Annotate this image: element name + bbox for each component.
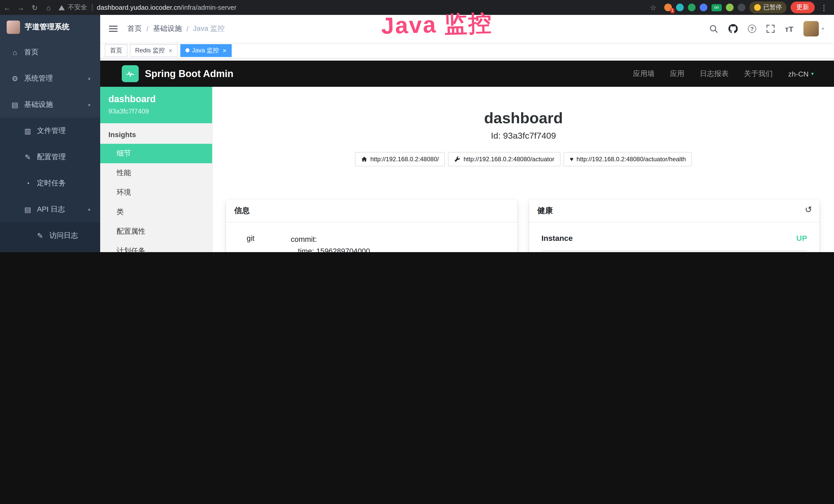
address-separator bbox=[92, 4, 92, 11]
instance-title: dashboard bbox=[213, 109, 834, 127]
edit-icon: ✎ bbox=[36, 231, 44, 239]
security-warning[interactable]: 不安全 bbox=[68, 3, 87, 12]
reload-icon[interactable]: ↻ bbox=[28, 3, 42, 12]
gear-icon: ⚙ bbox=[11, 74, 19, 83]
forward-icon[interactable]: → bbox=[14, 3, 28, 12]
locale-label: zh-CN bbox=[788, 70, 809, 78]
browser-menu-icon[interactable]: ⋮ bbox=[819, 3, 829, 12]
back-icon[interactable]: ← bbox=[0, 3, 14, 12]
home-menu-icon: ⌂ bbox=[11, 48, 19, 56]
sba-brand[interactable]: Spring Boot Admin bbox=[122, 65, 234, 82]
extension-icon-3[interactable] bbox=[688, 4, 696, 11]
tag-label: 首页 bbox=[110, 46, 122, 55]
tag-java[interactable]: Java 监控 × bbox=[180, 44, 232, 57]
sba-item-classes[interactable]: 类 bbox=[100, 202, 212, 222]
app-logo[interactable]: 芋道管理系统 bbox=[0, 15, 100, 39]
health-card-title: 健康 bbox=[537, 206, 553, 215]
sba-nav-wallboard[interactable]: 应用墙 bbox=[633, 69, 655, 78]
home-icon[interactable]: ⌂ bbox=[42, 3, 56, 12]
extension-badge: 1 bbox=[670, 8, 675, 13]
info-line: commit: bbox=[291, 234, 509, 246]
hamburger-icon[interactable] bbox=[109, 26, 118, 32]
sba-header: Spring Boot Admin 应用墙 应用 日志报表 关于我们 zh-CN… bbox=[100, 61, 834, 87]
close-icon[interactable]: × bbox=[223, 46, 226, 54]
instance-links: http://192.168.0.2:48080/ http://192.168… bbox=[213, 152, 834, 166]
instance-name: dashboard bbox=[108, 94, 204, 105]
sba-nav-applications[interactable]: 应用 bbox=[670, 69, 684, 78]
extension-icon-5[interactable] bbox=[726, 4, 733, 11]
sba-item-details[interactable]: 细节 bbox=[100, 144, 212, 163]
breadcrumb: 首页 / 基础设施 / Java 监控 bbox=[127, 24, 225, 33]
tag-redis[interactable]: Redis 监控 × bbox=[130, 44, 177, 57]
sidebar-item-label: 首页 bbox=[24, 47, 39, 57]
breadcrumb-separator: / bbox=[186, 25, 189, 33]
home-icon bbox=[361, 156, 367, 162]
sidebar-item-label: 基础设施 bbox=[24, 100, 53, 109]
sba-item-scheduled-tasks[interactable]: 计划任务 bbox=[100, 241, 212, 252]
extension-icon-1[interactable]: 1 bbox=[664, 4, 672, 11]
paused-badge[interactable]: 已暂停 bbox=[749, 2, 787, 13]
extension-icon-2[interactable] bbox=[676, 4, 684, 11]
user-menu[interactable]: ▾ bbox=[804, 21, 824, 37]
wrench-icon bbox=[454, 156, 461, 162]
sba-nav-about[interactable]: 关于我们 bbox=[744, 69, 773, 78]
history-icon[interactable]: ↺ bbox=[805, 204, 812, 215]
sidebar-item-job[interactable]: ◔ 定时任务 bbox=[0, 170, 100, 196]
breadcrumb-separator: / bbox=[147, 25, 149, 33]
sba-item-environment[interactable]: 环境 bbox=[100, 183, 212, 202]
sidebar-item-api-log[interactable]: ▤ API 日志 ∧ bbox=[0, 196, 100, 222]
sidebar-item-config[interactable]: ✎ 配置管理 bbox=[0, 144, 100, 170]
sidebar-item-home[interactable]: ⌂ 首页 bbox=[0, 39, 100, 65]
search-icon[interactable] bbox=[709, 24, 718, 33]
update-button[interactable]: 更新 bbox=[791, 2, 815, 13]
sidebar-item-error-log[interactable]: ✎ 错误日志 bbox=[0, 249, 100, 252]
sidebar-item-system[interactable]: ⚙ 系统管理 ∨ bbox=[0, 65, 100, 91]
info-line: time: 1596289704000 bbox=[291, 246, 509, 252]
help-icon[interactable]: ? bbox=[748, 25, 756, 33]
close-icon[interactable]: × bbox=[169, 46, 172, 54]
tag-label: Java 监控 bbox=[192, 46, 219, 55]
tag-home[interactable]: 首页 bbox=[105, 44, 127, 57]
address-bar[interactable]: 不安全 dashboard.yudao.iocoder.cn /infra/ad… bbox=[59, 3, 646, 12]
bookmark-star-icon[interactable]: ☆ bbox=[646, 3, 660, 12]
file-icon: ▥ bbox=[24, 127, 32, 135]
sidebar-item-infra[interactable]: ▤ 基础设施 ∧ bbox=[0, 91, 100, 118]
actuator-link[interactable]: http://192.168.0.2:48080/actuator bbox=[448, 152, 561, 166]
sba-main: dashboard Id: 93a3fc7f7409 http://192.16… bbox=[213, 87, 834, 252]
app-title: 芋道管理系统 bbox=[25, 22, 69, 32]
sidebar-item-label: 定时任务 bbox=[37, 179, 66, 188]
edit-icon: ✎ bbox=[24, 153, 32, 161]
sba-item-metrics[interactable]: 性能 bbox=[100, 163, 212, 183]
health-key: Instance bbox=[542, 234, 573, 243]
extension-on-badge[interactable]: on bbox=[711, 4, 722, 11]
instance-header[interactable]: dashboard 93a3fc7f7409 bbox=[100, 87, 212, 123]
sidebar-item-access-log[interactable]: ✎ 访问日志 bbox=[0, 222, 100, 249]
annotation-java-monitor: Java 监控 bbox=[381, 8, 493, 41]
sidebar-item-file[interactable]: ▥ 文件管理 bbox=[0, 118, 100, 144]
instance-id: 93a3fc7f7409 bbox=[108, 107, 204, 115]
sba-locale-select[interactable]: zh-CN ▾ bbox=[788, 70, 814, 78]
sba-nav: 应用墙 应用 日志报表 关于我们 zh-CN ▾ bbox=[633, 69, 834, 78]
tag-label: Redis 监控 bbox=[135, 46, 165, 55]
health-link[interactable]: ♥ http://192.168.0.2:48080/actuator/heal… bbox=[564, 152, 692, 166]
font-size-icon[interactable]: тT bbox=[785, 24, 793, 33]
sba-nav-journal[interactable]: 日志报表 bbox=[700, 69, 729, 78]
instance-url-link[interactable]: http://192.168.0.2:48080/ bbox=[355, 152, 445, 166]
extension-icon-6[interactable] bbox=[738, 4, 745, 11]
breadcrumb-infra[interactable]: 基础设施 bbox=[153, 24, 182, 33]
info-card: 信息 git commit: time: 1596289704000 id: 2… bbox=[226, 200, 517, 252]
sidebar-item-label: 系统管理 bbox=[24, 74, 53, 83]
info-card-title: 信息 bbox=[226, 200, 517, 222]
sba-item-config-props[interactable]: 配置属性 bbox=[100, 222, 212, 241]
sba-sidebar: dashboard 93a3fc7f7409 Insights 细节 性能 环境… bbox=[100, 87, 213, 252]
github-icon[interactable] bbox=[728, 24, 738, 33]
fullscreen-icon[interactable] bbox=[766, 25, 775, 33]
chevron-down-icon: ▾ bbox=[811, 71, 814, 76]
info-card-body: git commit: time: 1596289704000 id: 27aa… bbox=[226, 222, 517, 252]
url-path: /infra/admin-server bbox=[181, 4, 237, 11]
app-sidebar: 芋道管理系统 ⌂ 首页 ⚙ 系统管理 ∨ ▤ 基础设施 ∧ ▥ 文件管理 ✎ bbox=[0, 15, 100, 252]
extension-icon-4[interactable] bbox=[700, 4, 707, 11]
paused-label: 已暂停 bbox=[763, 3, 782, 12]
breadcrumb-home[interactable]: 首页 bbox=[127, 24, 142, 33]
infra-icon: ▤ bbox=[11, 100, 19, 109]
